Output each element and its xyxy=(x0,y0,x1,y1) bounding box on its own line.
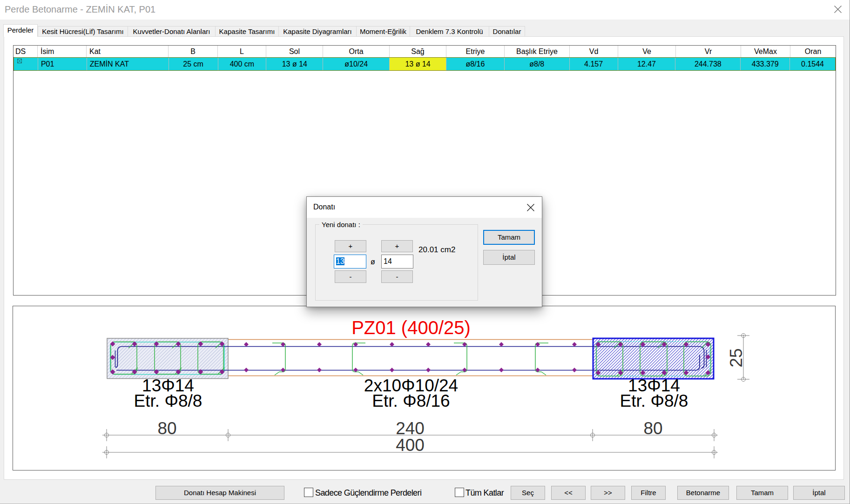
svg-text:Etr. Φ8/16: Etr. Φ8/16 xyxy=(372,391,450,410)
svg-text:400: 400 xyxy=(396,436,425,455)
svg-text:PZ01 (400/25): PZ01 (400/25) xyxy=(351,317,471,338)
svg-text:Etr. Φ8/8: Etr. Φ8/8 xyxy=(134,391,202,410)
svg-text:80: 80 xyxy=(643,419,662,438)
svg-text:Etr. Φ8/8: Etr. Φ8/8 xyxy=(620,391,688,410)
svg-text:240: 240 xyxy=(396,419,425,438)
svg-text:80: 80 xyxy=(157,419,176,438)
svg-text:25: 25 xyxy=(727,348,746,367)
